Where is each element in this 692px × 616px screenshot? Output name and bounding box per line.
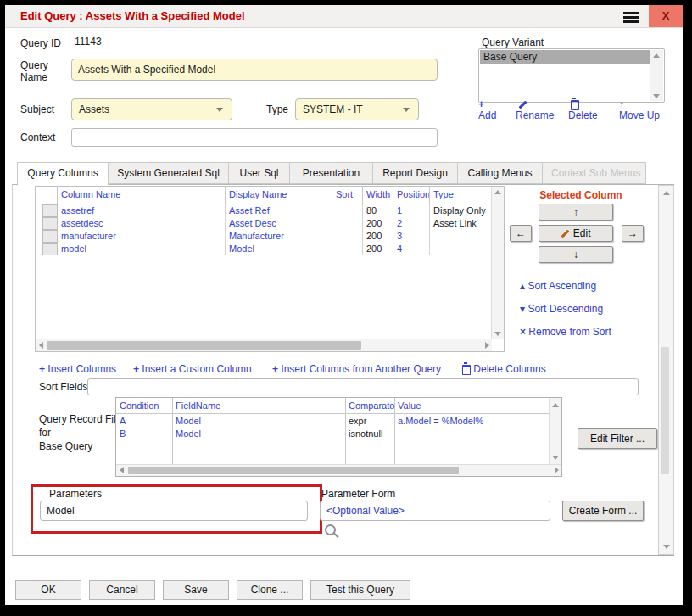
filter-horizontal-scrollbar[interactable] — [116, 464, 561, 476]
table-row[interactable]: manufacturer Manufacturer 200 3 — [36, 230, 492, 243]
query-id-value: 11143 — [75, 36, 102, 48]
insert-columns-from-query-link[interactable]: Insert Columns from Another Query — [272, 363, 441, 375]
filter-header-value: Value — [394, 398, 549, 414]
panel-vertical-scrollbar[interactable] — [658, 185, 674, 555]
cancel-button[interactable]: Cancel — [89, 580, 155, 600]
edit-query-dialog: Edit Query : Assets With a Specified Mod… — [5, 5, 683, 605]
header-sort[interactable]: Sort — [332, 187, 363, 204]
variant-scrollbar[interactable] — [650, 50, 663, 101]
tab-system-generated-sql[interactable]: System Generated Sql — [109, 162, 229, 184]
header-type[interactable]: Type — [430, 187, 492, 204]
table-row[interactable]: assetdesc Asset Desc 200 2 Asset Link — [36, 217, 492, 230]
filter-cell: a.Model = %Model% — [394, 415, 549, 428]
close-button[interactable]: X — [649, 5, 683, 27]
menu-button[interactable] — [611, 5, 649, 27]
edit-column-button[interactable]: Edit — [539, 225, 613, 242]
filter-cell: B — [116, 428, 172, 440]
scrollbar-thumb[interactable] — [47, 341, 361, 350]
test-this-query-button[interactable]: Test this Query — [310, 580, 410, 600]
sort-descending-link[interactable]: Sort Descending — [520, 303, 603, 315]
type-label: Type — [266, 104, 288, 115]
scroll-left-icon[interactable] — [120, 467, 124, 473]
query-variant-listbox[interactable]: Base Query — [478, 48, 665, 103]
arrow-down-icon — [573, 249, 578, 260]
move-column-left-button[interactable] — [510, 225, 532, 242]
scrollbar-thumb[interactable] — [128, 467, 459, 474]
row-handle[interactable] — [42, 217, 58, 230]
plus-icon — [478, 98, 484, 110]
scroll-up-icon[interactable] — [494, 190, 501, 194]
columns-grid[interactable]: Column Name Display Name Sort Width Posi… — [35, 186, 505, 352]
type-dropdown[interactable]: SYSTEM - IT — [295, 98, 419, 120]
scroll-up-icon[interactable] — [552, 403, 559, 407]
tab-query-columns[interactable]: Query Columns — [17, 162, 109, 186]
header-width[interactable]: Width — [363, 187, 393, 204]
scroll-left-icon[interactable] — [39, 342, 43, 349]
scrollbar-thumb[interactable] — [661, 347, 669, 474]
selected-column-title: Selected Column — [505, 189, 657, 201]
hamburger-icon — [623, 12, 639, 14]
arrow-up-icon — [619, 98, 624, 110]
record-filter-table[interactable]: Condition FieldName Comparator Value A M… — [115, 397, 562, 477]
variant-delete-button[interactable]: Delete — [568, 98, 598, 121]
row-handle[interactable] — [42, 243, 58, 255]
header-position[interactable]: Position — [393, 187, 430, 204]
filter-cell: Model — [172, 415, 345, 428]
filter-cell — [394, 428, 549, 440]
tab-user-sql[interactable]: User Sql — [229, 162, 290, 184]
tab-presentation[interactable]: Presentation — [290, 162, 373, 184]
sort-fields-label: Sort Fields — [39, 381, 87, 393]
remove-from-sort-link[interactable]: Remove from Sort — [520, 326, 611, 338]
header-column-name[interactable]: Column Name — [58, 187, 226, 204]
ok-button[interactable]: OK — [15, 580, 81, 600]
grid-horizontal-scrollbar[interactable] — [36, 339, 492, 351]
query-name-label: Query Name — [20, 59, 64, 83]
delete-columns-link[interactable]: Delete Columns — [462, 363, 546, 375]
table-row[interactable]: model Model 200 4 — [36, 243, 492, 255]
close-icon: X — [662, 9, 670, 22]
filter-cell: A — [116, 415, 172, 428]
row-handle[interactable] — [42, 204, 58, 217]
subject-dropdown[interactable]: Assets — [71, 98, 232, 120]
grid-vertical-scrollbar[interactable] — [491, 187, 504, 339]
filter-cell: Model — [172, 428, 345, 440]
sort-fields-input[interactable] — [87, 378, 639, 395]
query-name-input[interactable] — [71, 59, 438, 81]
parameters-input[interactable] — [40, 501, 308, 521]
magnifier-icon[interactable] — [325, 524, 336, 535]
sort-ascending-link[interactable]: Sort Ascending — [520, 280, 596, 292]
save-button[interactable]: Save — [163, 580, 229, 600]
clone-button[interactable]: Clone ... — [237, 580, 303, 600]
pencil-icon — [519, 101, 527, 109]
subject-value: Assets — [79, 104, 109, 115]
variant-add-button[interactable]: Add — [478, 98, 496, 121]
filter-header-comparator: Comparator — [345, 398, 394, 414]
insert-custom-column-link[interactable]: Insert a Custom Column — [133, 363, 252, 375]
table-row[interactable]: assetref Asset Ref 80 1 Display Only — [36, 204, 492, 217]
tab-calling-menus[interactable]: Calling Menus — [458, 162, 543, 184]
scroll-right-icon[interactable] — [555, 467, 559, 473]
arrow-right-icon — [628, 227, 638, 239]
insert-columns-link[interactable]: Insert Columns — [39, 363, 116, 375]
scroll-down-icon — [663, 545, 670, 549]
edit-filter-button[interactable]: Edit Filter ... — [578, 428, 657, 449]
create-form-button[interactable]: Create Form ... — [562, 501, 644, 521]
move-column-up-button[interactable] — [539, 204, 613, 221]
filter-vertical-scrollbar[interactable] — [549, 398, 561, 465]
context-input[interactable] — [71, 128, 438, 147]
plus-icon — [133, 363, 139, 375]
variant-rename-button[interactable]: Rename — [516, 98, 554, 121]
scroll-up-icon[interactable] — [653, 53, 660, 58]
row-handle[interactable] — [42, 230, 58, 243]
tab-report-design[interactable]: Report Design — [373, 162, 458, 184]
scroll-down-icon[interactable] — [494, 332, 501, 336]
pencil-icon — [561, 230, 570, 238]
list-item[interactable]: Base Query — [480, 50, 650, 64]
scroll-right-icon[interactable] — [485, 342, 489, 349]
move-column-right-button[interactable] — [622, 225, 644, 242]
scroll-down-icon[interactable] — [552, 456, 559, 460]
parameter-form-input[interactable] — [320, 501, 550, 521]
move-column-down-button[interactable] — [539, 246, 613, 263]
variant-move-up-button[interactable]: Move Up — [619, 98, 660, 121]
header-display-name[interactable]: Display Name — [226, 187, 332, 204]
